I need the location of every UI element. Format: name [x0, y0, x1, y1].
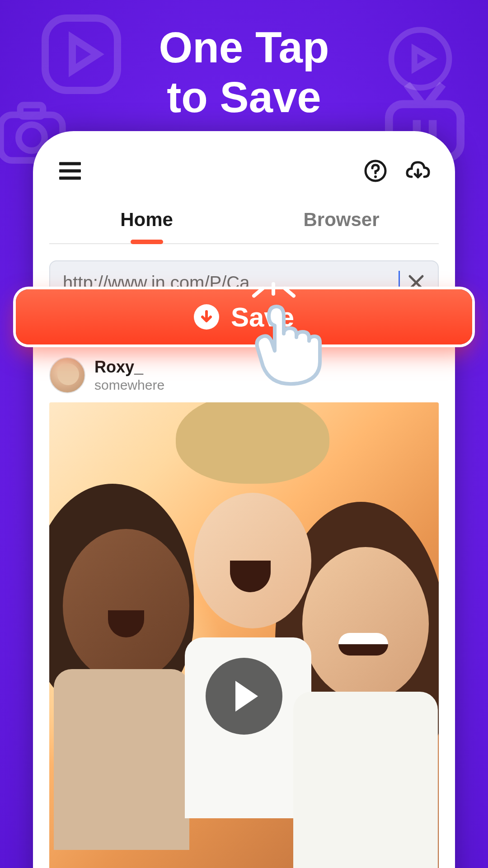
- svg-point-16: [374, 175, 377, 178]
- phone-mockup: Home Browser http://www.in.com/P/Ca... R…: [33, 131, 455, 868]
- thumbnail-image: [49, 402, 439, 868]
- tabs: Home Browser: [49, 209, 439, 244]
- avatar[interactable]: [49, 357, 85, 393]
- headline-line1: One Tap: [0, 23, 488, 72]
- cloud-download-button[interactable]: [405, 158, 431, 184]
- close-icon: [407, 274, 425, 292]
- play-button[interactable]: [206, 658, 282, 735]
- tab-home[interactable]: Home: [49, 209, 244, 243]
- post-username[interactable]: Roxy_: [94, 358, 164, 377]
- post: Roxy_ somewhere: [49, 353, 439, 868]
- menu-button[interactable]: [57, 158, 83, 184]
- svg-point-5: [19, 125, 45, 151]
- help-icon: [364, 160, 387, 182]
- headline: One Tap to Save: [0, 23, 488, 123]
- tab-browser[interactable]: Browser: [244, 209, 439, 243]
- help-button[interactable]: [363, 158, 388, 184]
- cloud-download-icon: [405, 160, 431, 182]
- play-icon: [235, 681, 258, 712]
- app-topbar: [49, 158, 439, 184]
- clear-url-button[interactable]: [407, 274, 425, 292]
- post-location: somewhere: [94, 377, 164, 393]
- menu-icon: [59, 162, 81, 180]
- video-thumbnail[interactable]: [49, 402, 439, 868]
- hand-cursor-icon: [244, 298, 334, 402]
- headline-line2: to Save: [0, 72, 488, 122]
- download-circle-icon: [194, 304, 219, 330]
